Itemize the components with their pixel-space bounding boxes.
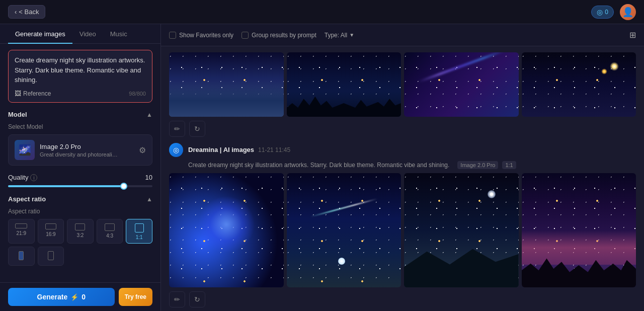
aspect-extra-1[interactable]: [8, 247, 35, 266]
reference-label: Reference: [23, 90, 51, 97]
aspect-3-2-label: 3:2: [77, 232, 84, 238]
gen-model-tag: Image 2.0 Pro: [457, 161, 498, 169]
aspect-21-9[interactable]: 21:9: [8, 219, 35, 244]
aspect-1-1-label: 1:1: [136, 235, 143, 240]
group-by-prompt-filter[interactable]: Group results by prompt: [242, 32, 316, 39]
app-name: Dreamina | AI images: [188, 146, 254, 153]
char-count: 98/800: [129, 91, 146, 97]
show-favorites-filter[interactable]: Show Favorites only: [169, 32, 233, 39]
info-icon: i: [30, 174, 37, 181]
top-images-row: [169, 52, 636, 117]
regenerate-icon-top: ↻: [194, 125, 200, 133]
image-card-7[interactable]: [404, 173, 519, 288]
slider-fill: [8, 185, 124, 187]
generate-credits: 0: [82, 293, 86, 301]
topbar: ‹ < Back ◎ 0 👤: [0, 0, 644, 24]
aspect-extra-1-shape: [19, 251, 24, 260]
credits-icon: ◎: [597, 8, 603, 16]
slider-thumb[interactable]: [120, 183, 127, 190]
image-card-8[interactable]: [522, 173, 636, 288]
back-button[interactable]: ‹ < Back: [8, 5, 45, 19]
type-label: Type: All: [325, 32, 347, 39]
regenerate-button-top[interactable]: ↻: [189, 121, 205, 137]
aspect-3-2[interactable]: 3:2: [67, 219, 94, 244]
aspect-extra-2-shape: [48, 251, 54, 260]
generation-avatar: ◎: [169, 143, 183, 157]
images-scroll[interactable]: ✏ ↻ ◎ Dreamina | AI images 11-21 11:45: [161, 46, 644, 311]
model-name: Image 2.0 Pro: [40, 143, 134, 150]
quality-label: Quality i: [8, 174, 37, 181]
content-area: Show Favorites only Group results by pro…: [161, 24, 644, 311]
image-card-1[interactable]: [169, 52, 284, 117]
aspect-extra-2[interactable]: [38, 247, 64, 266]
back-label: < Back: [19, 8, 39, 16]
aspect-16-9[interactable]: 16:9: [38, 219, 64, 244]
aspect-21-9-shape: [15, 223, 27, 228]
regenerate-button-bottom[interactable]: ↻: [189, 291, 205, 307]
prompt-footer: 🖼 Reference 98/800: [15, 90, 146, 97]
aspect-1-1[interactable]: 1:1: [126, 219, 152, 244]
image-icon: 🖼: [15, 90, 21, 97]
image-card-2[interactable]: [287, 52, 401, 117]
model-thumbnail: 🌌: [15, 140, 35, 160]
generate-button[interactable]: Generate ⚡ 0: [8, 288, 115, 306]
try-free-button[interactable]: Try free: [119, 288, 152, 306]
generate-bar: Generate ⚡ 0 Try free: [0, 282, 160, 311]
gen-time: 11-21 11:45: [258, 146, 290, 153]
gen-ratio-tag: 1:1: [502, 161, 516, 169]
image-card-4[interactable]: [522, 52, 636, 117]
quality-slider[interactable]: [8, 185, 152, 187]
sidebar: Generate images Video Music Create dream…: [0, 24, 161, 311]
aspect-16-9-shape: [45, 223, 56, 229]
bottom-images-row: [169, 173, 636, 288]
aspect-16-9-label: 16:9: [46, 231, 55, 237]
edit-button-bottom[interactable]: ✏: [169, 291, 185, 307]
aspect-4-3[interactable]: 4:3: [97, 219, 123, 244]
stars-overlay-4: [522, 52, 636, 117]
stars-overlay-6: [287, 173, 401, 288]
avatar[interactable]: 👤: [620, 4, 636, 20]
group-checkbox[interactable]: [242, 32, 249, 39]
image-card-3[interactable]: [404, 52, 519, 117]
model-description: Great diversity and photorealism. Of...: [40, 151, 120, 158]
aspect-1-1-shape: [135, 223, 144, 232]
filters-right: ⊞: [629, 30, 636, 40]
model-tune-icon[interactable]: ⚙: [139, 145, 146, 155]
tab-music[interactable]: Music: [103, 24, 134, 44]
stars-overlay-3: [404, 52, 519, 117]
favorites-checkbox[interactable]: [169, 32, 176, 39]
chevron-up-icon: ▲: [146, 111, 152, 118]
type-dropdown[interactable]: Type: All ▼: [325, 32, 354, 39]
aspect-ratio-grid: 21:9 16:9 3:2 4:3: [8, 219, 152, 244]
prompt-text[interactable]: Create dreamy night sky illustration art…: [15, 55, 146, 86]
credits-value: 0: [605, 9, 608, 16]
quality-label-text: Quality: [8, 174, 28, 181]
edit-button-top[interactable]: ✏: [169, 121, 185, 137]
show-favorites-label: Show Favorites only: [179, 32, 233, 39]
aspect-4-3-label: 4:3: [106, 233, 113, 239]
tab-video[interactable]: Video: [72, 24, 103, 44]
edit-icon-bottom: ✏: [174, 295, 180, 303]
tab-generate-images[interactable]: Generate images: [8, 24, 72, 44]
back-icon: ‹: [15, 8, 17, 16]
aspect-ratio-label: Aspect ratio: [8, 208, 152, 215]
quality-row: Quality i 10: [8, 174, 152, 181]
try-free-label: Try free: [125, 293, 146, 300]
gen-prompt-row: Create dreamy night sky illustration art…: [169, 161, 636, 169]
aspect-3-2-shape: [75, 223, 85, 230]
prompt-box[interactable]: Create dreamy night sky illustration art…: [8, 50, 152, 103]
generation-block: ◎ Dreamina | AI images 11-21 11:45 Creat…: [169, 143, 636, 308]
image-card-5[interactable]: [169, 173, 284, 288]
edit-icon-top: ✏: [174, 125, 180, 133]
model-section-title: Model ▲: [8, 111, 152, 118]
gen-prompt: Create dreamy night sky illustration art…: [188, 162, 449, 169]
filters-bar: Show Favorites only Group results by pro…: [161, 24, 644, 46]
reference-button[interactable]: 🖼 Reference: [15, 90, 51, 97]
group-by-prompt-label: Group results by prompt: [252, 32, 316, 39]
model-card[interactable]: 🌌 Image 2.0 Pro Great diversity and phot…: [8, 134, 152, 166]
aspect-ratio-section: Aspect ratio ▲ Aspect ratio 21:9 16:9: [8, 195, 152, 266]
generation-header: ◎ Dreamina | AI images 11-21 11:45: [169, 143, 636, 157]
chevron-down-icon: ▼: [349, 32, 354, 38]
image-card-6[interactable]: [287, 173, 401, 288]
grid-view-icon[interactable]: ⊞: [629, 30, 636, 40]
